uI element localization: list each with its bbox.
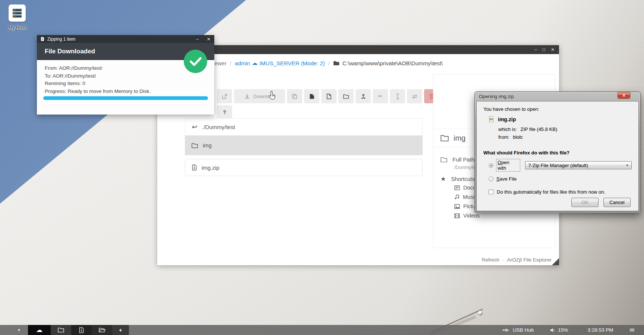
shortcuts-label: Shortcuts — [451, 176, 474, 182]
taskbar-expand-button[interactable]: ▼ — [10, 325, 28, 335]
cloud-icon: ☁ — [252, 60, 258, 66]
list-item-img-folder[interactable]: img — [185, 135, 423, 155]
progress-line: Progress: Ready to move from Memory to D… — [45, 88, 206, 96]
save-file-label: Save File — [496, 176, 517, 182]
ok-button[interactable]: OK — [571, 198, 599, 207]
list-item-img-zip[interactable]: img.zip — [185, 159, 423, 176]
paste-button[interactable] — [304, 89, 319, 103]
dialog-body: You have chosen to open: img.zip which i… — [476, 101, 639, 211]
from-value: blob: — [513, 134, 523, 140]
usb-hub-indicator[interactable]: USB Hub — [502, 327, 534, 333]
taskbar: ▼ ☁ + USB Hub 15% 3:28:53 PM ✉ — [0, 325, 644, 335]
new-folder-button[interactable] — [338, 89, 354, 103]
close-icon[interactable]: ✕ — [618, 92, 630, 99]
cancel-button[interactable]: Cancel — [603, 198, 631, 207]
remaining-line: Remining Items: 0 — [45, 80, 206, 88]
toolbar-row2: ? — [217, 105, 232, 119]
zip-file-icon — [489, 116, 494, 122]
mail-tray-button[interactable]: ✉ — [629, 327, 634, 334]
taskbar-folder-app[interactable] — [51, 325, 71, 335]
zipping-titlebar[interactable]: Zipping 1 item – ✕ — [37, 35, 214, 43]
rename-button[interactable] — [390, 89, 405, 103]
minimize-icon[interactable]: – — [534, 47, 537, 52]
file-list: ↩ ./Dummy/test img img.zip — [185, 118, 423, 176]
open-with-label: Open with — [496, 159, 520, 171]
back-arrow-icon: ↩ — [192, 123, 197, 131]
radio-save-file[interactable] — [489, 176, 493, 181]
zip-file-icon — [79, 327, 84, 333]
folder-icon — [441, 157, 447, 162]
breadcrumb-separator: / — [230, 60, 231, 66]
upload-button[interactable] — [356, 89, 371, 103]
taskbar-cloud-app[interactable]: ☁ — [28, 325, 51, 335]
shortcut-videos[interactable]: Videos — [454, 213, 555, 219]
chevron-down-icon: ▼ — [18, 328, 21, 332]
help-button[interactable]: ? — [217, 105, 232, 119]
open-with-dropdown[interactable]: 7-Zip File Manager (default) ▼ — [525, 161, 632, 169]
clock[interactable]: 3:28:53 PM — [587, 327, 613, 333]
list-item-parent-dir[interactable]: ↩ ./Dummy/test — [185, 118, 423, 135]
folder-icon — [192, 143, 198, 148]
shortcut-label: Videos — [463, 213, 480, 219]
radio-open-with[interactable] — [489, 163, 493, 168]
resize-grip[interactable] — [552, 258, 559, 265]
progress-bar — [43, 96, 208, 100]
file-row: img.zip — [489, 116, 632, 122]
new-file-button[interactable] — [321, 89, 337, 103]
copy-icon — [292, 94, 297, 99]
dialog-buttons: OK Cancel — [571, 198, 631, 207]
picture-icon — [454, 204, 460, 209]
copy-button[interactable] — [287, 89, 302, 103]
zipping-window: Zipping 1 item – ✕ File Downloaded From:… — [37, 35, 214, 115]
volume-indicator[interactable]: 15% — [550, 327, 568, 333]
taskbar-add-button[interactable]: + — [112, 325, 129, 335]
which-is-label: which is: — [498, 126, 517, 132]
desktop-icon-label: My Host — [5, 25, 29, 30]
usb-hub-label: USB Hub — [513, 327, 534, 333]
taskbar-zip-app[interactable] — [71, 325, 92, 335]
swap-arrows-icon: ⇄ — [412, 93, 417, 100]
list-item-label: img.zip — [202, 165, 220, 171]
to-line: To: AOR://Dummy/test/ — [45, 72, 206, 80]
swap-button[interactable]: ⇄ — [407, 89, 422, 103]
list-item-label: img — [203, 142, 212, 148]
from-row: from: blob: — [498, 133, 632, 141]
zip-file-icon — [41, 37, 44, 41]
desktop-icon-my-host[interactable]: My Host — [5, 4, 29, 30]
auto-label: Do this automatically for files like thi… — [497, 189, 605, 195]
external-link-icon — [222, 94, 227, 99]
open-external-button[interactable] — [217, 89, 232, 103]
close-icon[interactable]: ✕ — [207, 37, 211, 41]
full-path-label: Full Path — [452, 156, 474, 163]
maximize-icon[interactable]: □ — [543, 47, 545, 52]
star-icon: ★ — [441, 175, 446, 182]
dropdown-selected-value: 7-Zip File Manager (default) — [528, 163, 588, 168]
ibeam-icon — [396, 94, 400, 99]
dialog-intro: You have chosen to open: — [483, 106, 632, 112]
refresh-link[interactable]: Refresh — [482, 257, 499, 263]
firefox-open-dialog: Opening img.zip ✕ You have chosen to ope… — [474, 91, 641, 213]
open-with-row[interactable]: Open with 7-Zip File Manager (default) ▼ — [489, 159, 632, 171]
auto-checkbox-row[interactable]: Do this automatically for files like thi… — [489, 189, 632, 195]
paste-icon — [309, 94, 315, 99]
explorer-titlebar[interactable]: – □ ✕ — [157, 45, 559, 54]
breadcrumb-server-link[interactable]: IMUS_SERVER (Mode: 2) — [259, 60, 325, 66]
new-file-icon — [326, 94, 331, 99]
explorer-footer: Refresh · ArOZβ File Explorer — [482, 257, 552, 263]
download-button[interactable]: Download — [234, 89, 285, 103]
save-file-row[interactable]: Save File — [489, 176, 632, 182]
speaker-icon — [550, 328, 555, 332]
minimize-icon[interactable]: – — [196, 37, 199, 41]
server-icon — [9, 4, 26, 22]
taskbar-file-manager-app[interactable] — [92, 325, 112, 335]
breadcrumb-user-link[interactable]: admin — [235, 60, 250, 66]
cut-button[interactable]: ✂ — [373, 89, 388, 103]
clock-value: 3:28:53 PM — [587, 327, 613, 333]
brand-label: ArOZβ File Explorer — [507, 257, 552, 263]
which-is-row: which is: ZIP file (45.8 KB) — [498, 125, 632, 133]
taskbar-tray: USB Hub 15% 3:28:53 PM ✉ — [502, 325, 644, 335]
folder-icon — [58, 328, 64, 332]
close-icon[interactable]: ✕ — [551, 47, 555, 52]
nail — [478, 311, 482, 314]
checkbox-do-automatically[interactable] — [489, 190, 493, 194]
